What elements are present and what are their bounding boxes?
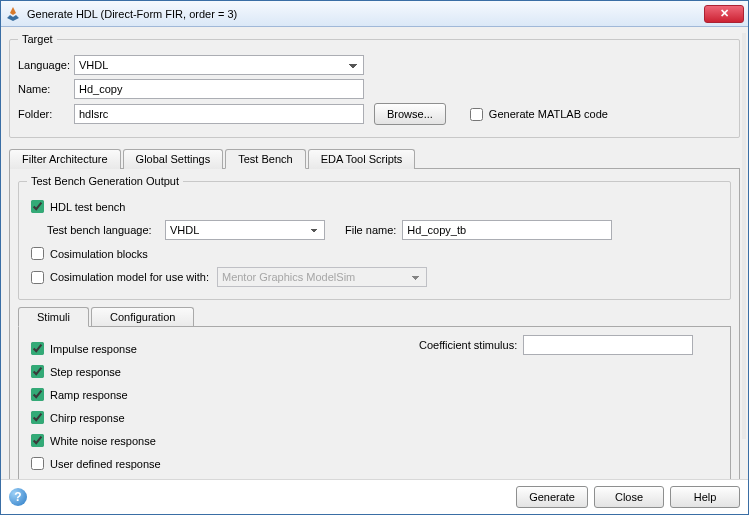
step-label: Step response	[50, 366, 121, 378]
scrollbar[interactable]	[742, 33, 746, 439]
generate-matlab-label: Generate MATLAB code	[489, 108, 608, 120]
help-button[interactable]: Help	[670, 486, 740, 508]
cosim-blocks-label: Cosimulation blocks	[50, 248, 148, 260]
chirp-label: Chirp response	[50, 412, 125, 424]
userdef-checkbox[interactable]	[31, 457, 44, 470]
help-icon[interactable]: ?	[9, 488, 27, 506]
subtab-configuration[interactable]: Configuration	[91, 307, 194, 327]
tab-global-settings[interactable]: Global Settings	[123, 149, 224, 169]
browse-button[interactable]: Browse...	[374, 103, 446, 125]
tb-language-select[interactable]: VHDL	[165, 220, 325, 240]
target-legend: Target	[18, 33, 57, 45]
cosim-tool-select: Mentor Graphics ModelSim	[217, 267, 427, 287]
tb-language-label: Test bench language:	[47, 224, 165, 236]
userdef-label: User defined response	[50, 458, 161, 470]
tb-filename-input[interactable]	[402, 220, 612, 240]
generate-button[interactable]: Generate	[516, 486, 588, 508]
generate-matlab-checkbox[interactable]	[470, 108, 483, 121]
whitenoise-checkbox[interactable]	[31, 434, 44, 447]
tab-eda-tool-scripts[interactable]: EDA Tool Scripts	[308, 149, 416, 169]
cosim-model-label: Cosimulation model for use with:	[50, 271, 209, 283]
ramp-label: Ramp response	[50, 389, 128, 401]
window-title: Generate HDL (Direct-Form FIR, order = 3…	[27, 8, 704, 20]
folder-input[interactable]	[74, 104, 364, 124]
hdl-testbench-label: HDL test bench	[50, 201, 125, 213]
hdl-testbench-checkbox[interactable]	[31, 200, 44, 213]
whitenoise-label: White noise response	[50, 435, 156, 447]
chirp-checkbox[interactable]	[31, 411, 44, 424]
tb-output-legend: Test Bench Generation Output	[27, 175, 183, 187]
cosim-blocks-checkbox[interactable]	[31, 247, 44, 260]
language-label: Language:	[18, 59, 74, 71]
impulse-label: Impulse response	[50, 343, 137, 355]
close-button[interactable]: Close	[594, 486, 664, 508]
impulse-checkbox[interactable]	[31, 342, 44, 355]
coef-stimulus-label: Coefficient stimulus:	[419, 339, 517, 351]
subtab-stimuli[interactable]: Stimuli	[18, 307, 89, 327]
name-label: Name:	[18, 83, 74, 95]
matlab-icon	[5, 6, 21, 22]
coef-stimulus-input[interactable]	[523, 335, 693, 355]
tab-filter-architecture[interactable]: Filter Architecture	[9, 149, 121, 169]
step-checkbox[interactable]	[31, 365, 44, 378]
folder-label: Folder:	[18, 108, 74, 120]
close-window-button[interactable]: ✕	[704, 5, 744, 23]
name-input[interactable]	[74, 79, 364, 99]
language-select[interactable]: VHDL	[74, 55, 364, 75]
ramp-checkbox[interactable]	[31, 388, 44, 401]
tab-test-bench[interactable]: Test Bench	[225, 149, 305, 169]
cosim-model-checkbox[interactable]	[31, 271, 44, 284]
tb-filename-label: File name:	[345, 224, 396, 236]
